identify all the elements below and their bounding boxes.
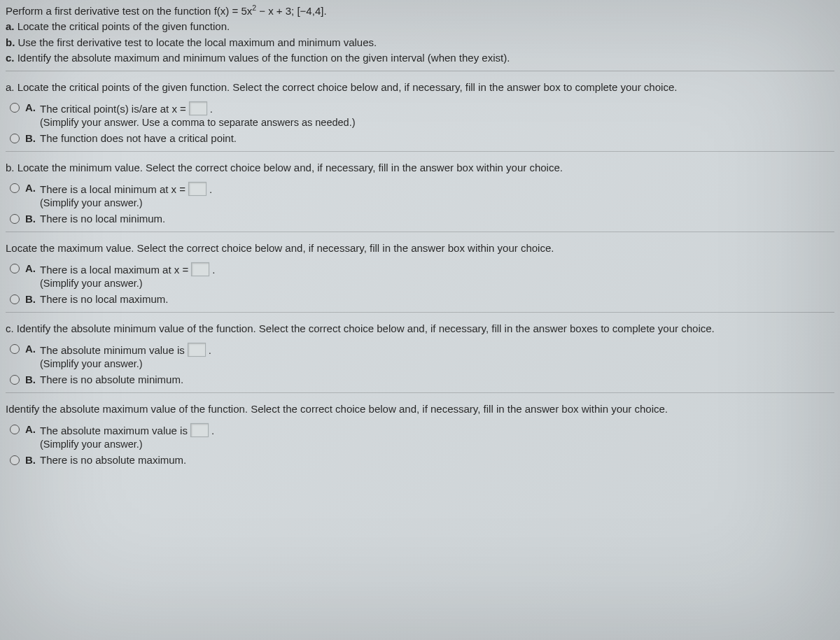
qc-min-radio-b[interactable] xyxy=(10,375,20,385)
qa-radio-b[interactable] xyxy=(10,134,20,143)
qa-text-b: The function does not have a critical po… xyxy=(40,132,237,144)
qc-max-text-a: The absolute maximum value is xyxy=(40,425,188,436)
qb-min-text-a-post: . xyxy=(209,183,212,195)
problem-sub-a: a. Locate the critical points of the giv… xyxy=(6,20,834,34)
qb-min-options: A. There is a local minimum at x = . (Si… xyxy=(10,182,834,225)
qb-max-radio-b[interactable] xyxy=(10,294,20,304)
qb-max-option-a: A. There is a local maximum at x = . (Si… xyxy=(10,262,834,289)
qc-max-label-b: B. xyxy=(25,454,36,466)
bullet-b: b. xyxy=(6,36,15,48)
qb-max-prompt: Locate the maximum value. Select the cor… xyxy=(6,241,834,255)
qb-max-option-b: B. There is no local maximum. xyxy=(10,293,834,305)
divider xyxy=(6,151,834,152)
qb-min-radio-a[interactable] xyxy=(10,183,20,193)
qc-min-radio-a[interactable] xyxy=(10,344,20,354)
qb-min-text-a: There is a local minimum at x = xyxy=(40,183,186,195)
qa-hint-a: (Simplify your answer. Use a comma to se… xyxy=(40,117,356,128)
problem-statement: Perform a first derivative test on the f… xyxy=(6,3,834,71)
qb-max-label-b: B. xyxy=(25,293,36,305)
qc-max-hint-a: (Simplify your answer.) xyxy=(40,439,214,450)
qc-min-label-a: A. xyxy=(25,343,36,355)
qb-max-text-b: There is no local maximum. xyxy=(40,293,168,305)
bullet-a: a. xyxy=(6,20,15,32)
qa-prompt: a. Locate the critical points of the giv… xyxy=(6,80,834,94)
problem-sub-c: c. Identify the absolute maximum and min… xyxy=(6,51,834,65)
divider xyxy=(6,312,834,313)
qb-max-hint-a: (Simplify your answer.) xyxy=(40,278,215,289)
qc-min-text-a: The absolute minimum value is xyxy=(40,344,185,356)
qb-max-label-a: A. xyxy=(25,262,36,274)
qb-max-text-a-post: . xyxy=(212,264,215,276)
problem-line-main: Perform a first derivative test on the f… xyxy=(6,3,834,18)
qc-min-option-b: B. There is no absolute minimum. xyxy=(10,374,834,385)
qc-max-prompt: Identify the absolute maximum value of t… xyxy=(6,401,834,416)
qb-max-text-a: There is a local maximum at x = xyxy=(40,264,188,276)
qc-min-text-b: There is no absolute minimum. xyxy=(40,374,183,385)
qc-min-hint-a: (Simplify your answer.) xyxy=(40,358,211,369)
qc-min-prompt: c. Identify the absolute minimum value o… xyxy=(6,321,834,336)
qc-max-radio-b[interactable] xyxy=(10,455,20,465)
qa-option-a: A. The critical point(s) is/are at x = .… xyxy=(10,101,834,128)
bullet-c-text: Identify the absolute maximum and minimu… xyxy=(15,52,510,64)
qb-min-answer-input[interactable] xyxy=(188,182,206,196)
qb-min-label-a: A. xyxy=(25,182,36,194)
qb-min-label-b: B. xyxy=(25,213,36,225)
qc-max-answer-input[interactable] xyxy=(190,423,209,437)
qc-max-label-a: A. xyxy=(25,423,36,435)
qa-text-a: The critical point(s) is/are at x = xyxy=(40,103,186,115)
bullet-c: c. xyxy=(6,52,15,64)
qc-max-text-b: There is no absolute maximum. xyxy=(40,454,186,466)
qc-max-text-a-post: . xyxy=(211,425,214,436)
qb-max-options: A. There is a local maximum at x = . (Si… xyxy=(10,262,834,305)
qc-min-text-a-post: . xyxy=(209,344,211,356)
qa-radio-a[interactable] xyxy=(10,103,20,113)
qb-max-answer-input[interactable] xyxy=(191,262,209,276)
bullet-b-text: Use the first derivative test to locate … xyxy=(15,36,377,48)
qa-label-b: B. xyxy=(25,132,36,144)
qb-max-radio-a[interactable] xyxy=(10,264,20,273)
qc-max-options: A. The absolute maximum value is . (Simp… xyxy=(10,423,834,466)
qb-min-hint-a: (Simplify your answer.) xyxy=(40,197,212,208)
problem-sub-b: b. Use the first derivative test to loca… xyxy=(6,36,834,50)
qc-max-option-b: B. There is no absolute maximum. xyxy=(10,454,834,466)
divider xyxy=(6,232,834,232)
qa-option-b: B. The function does not have a critical… xyxy=(10,132,834,144)
qc-min-label-b: B. xyxy=(25,374,36,385)
divider xyxy=(6,392,834,393)
qa-body-a: The critical point(s) is/are at x = . (S… xyxy=(40,101,356,128)
problem-text-pre: Perform a first derivative test on the f… xyxy=(6,5,252,17)
qb-min-radio-b[interactable] xyxy=(10,214,20,224)
qa-answer-input[interactable] xyxy=(189,101,207,115)
qb-min-option-b: B. There is no local minimum. xyxy=(10,213,834,225)
qc-max-option-a: A. The absolute maximum value is . (Simp… xyxy=(10,423,834,450)
qa-options: A. The critical point(s) is/are at x = .… xyxy=(10,101,834,144)
qc-min-option-a: A. The absolute minimum value is . (Simp… xyxy=(10,343,834,369)
qa-text-a-post: . xyxy=(210,103,213,115)
qb-min-prompt: b. Locate the minimum value. Select the … xyxy=(6,160,834,175)
qc-min-options: A. The absolute minimum value is . (Simp… xyxy=(10,343,834,385)
bullet-a-text: Locate the critical points of the given … xyxy=(15,20,230,32)
qc-min-answer-input[interactable] xyxy=(188,343,206,357)
qc-max-radio-a[interactable] xyxy=(10,425,20,434)
qb-min-text-b: There is no local minimum. xyxy=(40,213,165,225)
problem-text-post: − x + 3; [−4,4]. xyxy=(256,5,326,17)
qb-min-option-a: A. There is a local minimum at x = . (Si… xyxy=(10,182,834,208)
page-container: Perform a first derivative test on the f… xyxy=(0,0,840,466)
qa-label-a: A. xyxy=(25,101,36,113)
